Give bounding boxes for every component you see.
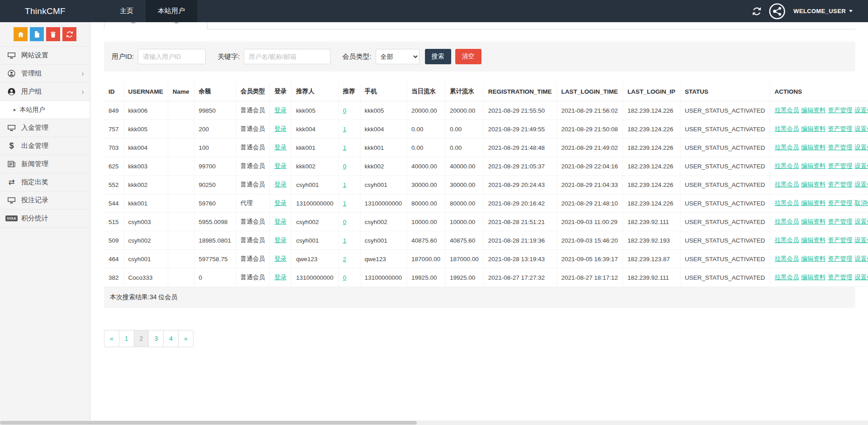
- login-link[interactable]: 登录: [274, 200, 287, 206]
- action-link[interactable]: 资产管理: [828, 218, 852, 225]
- action-link[interactable]: 拉黑会员: [774, 274, 799, 281]
- topnav-tab-site-users[interactable]: 本站用户: [146, 0, 197, 22]
- referral-count-link[interactable]: 0: [343, 219, 347, 225]
- sidebar-item-deposit-management[interactable]: 入金管理: [0, 119, 90, 137]
- action-link[interactable]: 资产管理: [828, 107, 852, 114]
- user-menu[interactable]: WELCOME_USER: [793, 8, 853, 14]
- recycle-button[interactable]: [62, 27, 76, 41]
- login-link[interactable]: 登录: [274, 255, 287, 262]
- action-link[interactable]: 设置代理: [854, 218, 868, 225]
- sidebar-item-withdraw-management[interactable]: $出金管理: [0, 137, 90, 155]
- referral-count-link[interactable]: 2: [343, 256, 347, 263]
- action-link[interactable]: 拉黑会员: [774, 181, 799, 188]
- caret-right-icon: ▸: [14, 107, 16, 113]
- login-link[interactable]: 登录: [274, 181, 287, 188]
- action-link[interactable]: 取消代理: [854, 200, 868, 206]
- refresh-icon[interactable]: [753, 7, 761, 15]
- referral-count-link[interactable]: 0: [343, 107, 347, 114]
- table-cell: 普通会员: [236, 268, 269, 287]
- action-link[interactable]: 资产管理: [828, 274, 852, 281]
- file-button[interactable]: [30, 27, 44, 41]
- topnav-tab-home[interactable]: 主页: [108, 0, 146, 22]
- actions-cell: 拉黑会员编辑资料资产管理取消代理: [770, 194, 868, 213]
- clear-button[interactable]: 清空: [455, 49, 481, 64]
- keyword-input[interactable]: [244, 49, 330, 64]
- action-link[interactable]: 编辑资料: [801, 237, 826, 244]
- action-link[interactable]: 设置代理: [854, 125, 868, 132]
- sidebar-item-site-users[interactable]: ▸本站用户: [0, 101, 90, 119]
- page-button-4[interactable]: 4: [163, 330, 179, 347]
- login-link[interactable]: 登录: [274, 144, 287, 151]
- action-link[interactable]: 编辑资料: [801, 144, 826, 151]
- referral-count-link[interactable]: 1: [343, 200, 347, 207]
- action-link[interactable]: 拉黑会员: [774, 237, 799, 244]
- action-link[interactable]: 编辑资料: [801, 255, 826, 262]
- sidebar-item-admin-group[interactable]: 管理组›: [0, 65, 90, 83]
- action-link[interactable]: 设置代理: [854, 144, 868, 151]
- action-link[interactable]: 拉黑会员: [774, 125, 799, 132]
- sidebar-item-user-group[interactable]: 用户组›: [0, 83, 90, 101]
- action-link[interactable]: 设置代理: [854, 255, 868, 262]
- action-link[interactable]: 拉黑会员: [774, 200, 799, 206]
- referral-count-link[interactable]: 1: [343, 181, 347, 188]
- action-link[interactable]: 资产管理: [828, 200, 852, 206]
- home-button[interactable]: [14, 27, 28, 41]
- member-type-select[interactable]: 全部: [376, 49, 420, 64]
- action-link[interactable]: 编辑资料: [801, 274, 826, 281]
- action-link[interactable]: 设置代理: [854, 107, 868, 114]
- action-link[interactable]: 资产管理: [828, 144, 852, 151]
- login-link[interactable]: 登录: [274, 218, 287, 225]
- user-id-input[interactable]: [138, 49, 206, 64]
- action-link[interactable]: 编辑资料: [801, 181, 826, 188]
- action-link[interactable]: 资产管理: [828, 125, 852, 132]
- action-link[interactable]: 资产管理: [828, 237, 852, 244]
- action-link[interactable]: 拉黑会员: [774, 162, 799, 169]
- login-link[interactable]: 登录: [274, 125, 287, 132]
- referral-count-link[interactable]: 1: [343, 237, 347, 244]
- login-link[interactable]: 登录: [274, 274, 287, 281]
- page-button-«[interactable]: «: [104, 330, 119, 347]
- action-link[interactable]: 拉黑会员: [774, 255, 799, 262]
- action-link[interactable]: 设置代理: [854, 181, 868, 188]
- action-link[interactable]: 拉黑会员: [774, 144, 799, 151]
- action-link[interactable]: 编辑资料: [801, 162, 826, 169]
- search-button[interactable]: 搜索: [425, 49, 451, 64]
- table-cell: kkk006: [123, 101, 168, 120]
- page-button-1[interactable]: 1: [119, 330, 134, 347]
- login-link[interactable]: 登录: [274, 107, 287, 114]
- sidebar-item-bet-records[interactable]: 投注记录: [0, 191, 90, 210]
- action-link[interactable]: 资产管理: [828, 181, 852, 188]
- action-link[interactable]: 编辑资料: [801, 107, 826, 114]
- trash-button[interactable]: [46, 27, 60, 41]
- page-button-3[interactable]: 3: [148, 330, 164, 347]
- action-link[interactable]: 设置代理: [854, 274, 868, 281]
- sidebar-item-assign-prize[interactable]: ⇄指定出奖: [0, 173, 90, 191]
- action-link[interactable]: 编辑资料: [801, 218, 826, 225]
- action-link[interactable]: 拉黑会员: [774, 218, 799, 225]
- login-link[interactable]: 登录: [274, 162, 287, 169]
- brand-logo[interactable]: ThinkCMF: [0, 0, 90, 22]
- referral-count-link[interactable]: 1: [343, 144, 347, 151]
- referral-count-link[interactable]: 0: [343, 274, 347, 281]
- action-link[interactable]: 资产管理: [828, 255, 852, 262]
- action-link[interactable]: 设置代理: [854, 237, 868, 244]
- login-link[interactable]: 登录: [274, 237, 287, 244]
- action-link[interactable]: 拉黑会员: [774, 107, 799, 114]
- referral-count-link[interactable]: 0: [343, 163, 347, 170]
- sidebar-item-points-stats[interactable]: VISA积分统计: [0, 210, 90, 228]
- horizontal-scrollbar[interactable]: [0, 420, 868, 425]
- page-button-»[interactable]: »: [178, 330, 193, 347]
- avatar[interactable]: [769, 3, 785, 19]
- scrollbar-thumb[interactable]: [0, 421, 417, 425]
- column-header: STATUS: [680, 82, 770, 101]
- page-button-2[interactable]: 2: [134, 330, 149, 347]
- sidebar-item-news-management[interactable]: 新闻管理: [0, 155, 90, 173]
- action-link[interactable]: 编辑资料: [801, 125, 826, 132]
- sidebar-item-label: 本站用户: [20, 106, 45, 114]
- filter-panel: 用户ID: 关键字: 会员类型: 全部 搜索 清空: [104, 42, 855, 72]
- action-link[interactable]: 资产管理: [828, 162, 852, 169]
- referral-count-link[interactable]: 1: [343, 126, 347, 133]
- action-link[interactable]: 编辑资料: [801, 200, 826, 206]
- sidebar-item-site-settings[interactable]: 网站设置: [0, 47, 90, 65]
- action-link[interactable]: 设置代理: [854, 162, 868, 169]
